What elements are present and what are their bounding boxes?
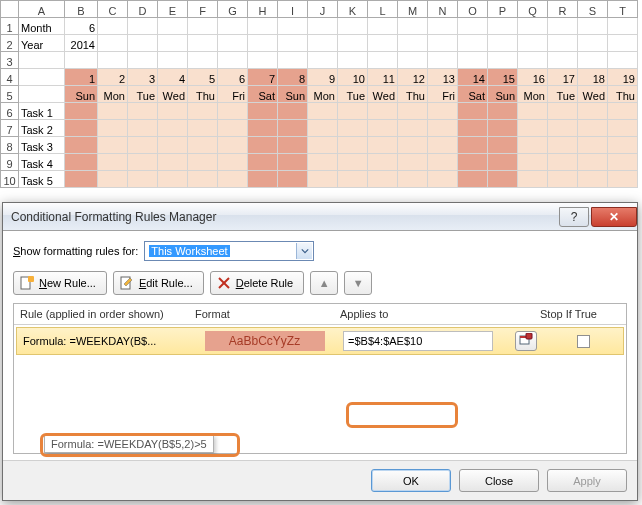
cell[interactable] bbox=[548, 154, 578, 171]
cell[interactable] bbox=[338, 154, 368, 171]
cell[interactable] bbox=[188, 103, 218, 120]
cell[interactable] bbox=[428, 52, 458, 69]
cell[interactable]: Sun bbox=[488, 86, 518, 103]
move-up-button[interactable]: ▲ bbox=[310, 271, 338, 295]
cell[interactable] bbox=[398, 137, 428, 154]
row-header[interactable]: 5 bbox=[1, 86, 19, 103]
cell[interactable]: Sun bbox=[278, 86, 308, 103]
cell[interactable] bbox=[218, 18, 248, 35]
cell[interactable] bbox=[158, 154, 188, 171]
cell[interactable] bbox=[128, 35, 158, 52]
cell[interactable]: 9 bbox=[308, 69, 338, 86]
cell[interactable] bbox=[128, 154, 158, 171]
cell[interactable] bbox=[248, 154, 278, 171]
cell[interactable] bbox=[218, 120, 248, 137]
new-rule-button[interactable]: New Rule... bbox=[13, 271, 107, 295]
rule-row[interactable]: Formula: =WEEKDAY(B$... AaBbCcYyZz =$B$4… bbox=[16, 327, 624, 355]
cell[interactable] bbox=[308, 120, 338, 137]
close-button[interactable]: Close bbox=[459, 469, 539, 492]
cell[interactable]: 14 bbox=[458, 69, 488, 86]
cell[interactable] bbox=[248, 52, 278, 69]
cell[interactable]: Sat bbox=[458, 86, 488, 103]
row-header[interactable]: 8 bbox=[1, 137, 19, 154]
cell[interactable] bbox=[608, 154, 638, 171]
cell[interactable] bbox=[428, 103, 458, 120]
cell[interactable] bbox=[458, 120, 488, 137]
dialog-titlebar[interactable]: Conditional Formatting Rules Manager ? ✕ bbox=[3, 203, 637, 231]
cell[interactable] bbox=[19, 86, 65, 103]
cell[interactable] bbox=[248, 171, 278, 188]
cell[interactable] bbox=[128, 103, 158, 120]
cell[interactable] bbox=[398, 52, 428, 69]
col-header[interactable]: T bbox=[608, 1, 638, 18]
col-header[interactable]: E bbox=[158, 1, 188, 18]
row-header[interactable]: 2 bbox=[1, 35, 19, 52]
col-header[interactable]: K bbox=[338, 1, 368, 18]
cell[interactable] bbox=[608, 35, 638, 52]
cell[interactable] bbox=[368, 35, 398, 52]
cell[interactable] bbox=[308, 103, 338, 120]
scope-select[interactable]: This Worksheet bbox=[144, 241, 314, 261]
col-header[interactable]: B bbox=[65, 1, 98, 18]
cell[interactable]: Sat bbox=[248, 86, 278, 103]
select-all[interactable] bbox=[1, 1, 19, 18]
cell[interactable]: Task 3 bbox=[19, 137, 65, 154]
cell[interactable] bbox=[65, 171, 98, 188]
cell[interactable] bbox=[338, 35, 368, 52]
cell[interactable]: Mon bbox=[98, 86, 128, 103]
cell[interactable]: 7 bbox=[248, 69, 278, 86]
cell[interactable] bbox=[218, 137, 248, 154]
cell[interactable] bbox=[458, 35, 488, 52]
cell[interactable]: 4 bbox=[158, 69, 188, 86]
cell[interactable] bbox=[578, 137, 608, 154]
cell[interactable] bbox=[428, 18, 458, 35]
cell[interactable] bbox=[65, 103, 98, 120]
cell[interactable]: 6 bbox=[218, 69, 248, 86]
cell[interactable] bbox=[248, 35, 278, 52]
row-header[interactable]: 4 bbox=[1, 69, 19, 86]
cell[interactable] bbox=[578, 18, 608, 35]
cell[interactable]: Fri bbox=[218, 86, 248, 103]
cell[interactable]: 2 bbox=[98, 69, 128, 86]
cell[interactable]: Thu bbox=[188, 86, 218, 103]
cell[interactable] bbox=[608, 18, 638, 35]
cell[interactable] bbox=[98, 35, 128, 52]
cell[interactable] bbox=[488, 103, 518, 120]
cell[interactable] bbox=[308, 35, 338, 52]
row-header[interactable]: 6 bbox=[1, 103, 19, 120]
cell[interactable] bbox=[458, 171, 488, 188]
cell[interactable] bbox=[398, 154, 428, 171]
cell[interactable] bbox=[518, 137, 548, 154]
cell[interactable] bbox=[578, 52, 608, 69]
cell[interactable] bbox=[278, 154, 308, 171]
cell[interactable] bbox=[98, 18, 128, 35]
col-header[interactable]: R bbox=[548, 1, 578, 18]
cell[interactable] bbox=[458, 103, 488, 120]
cell[interactable] bbox=[278, 171, 308, 188]
cell[interactable] bbox=[98, 103, 128, 120]
cell[interactable] bbox=[158, 120, 188, 137]
stop-if-true-checkbox[interactable] bbox=[577, 335, 590, 348]
cell[interactable] bbox=[368, 18, 398, 35]
cell[interactable] bbox=[308, 137, 338, 154]
cell[interactable]: Task 4 bbox=[19, 154, 65, 171]
cell[interactable] bbox=[368, 120, 398, 137]
cell[interactable] bbox=[608, 171, 638, 188]
cell[interactable] bbox=[518, 52, 548, 69]
cell[interactable] bbox=[548, 103, 578, 120]
cell[interactable] bbox=[518, 18, 548, 35]
cell[interactable] bbox=[128, 120, 158, 137]
cell[interactable] bbox=[248, 18, 278, 35]
row-header[interactable]: 9 bbox=[1, 154, 19, 171]
cell[interactable] bbox=[488, 154, 518, 171]
cell[interactable]: 17 bbox=[548, 69, 578, 86]
cell[interactable] bbox=[548, 171, 578, 188]
cell[interactable] bbox=[548, 35, 578, 52]
cell[interactable] bbox=[188, 35, 218, 52]
cell[interactable] bbox=[428, 120, 458, 137]
col-header[interactable]: S bbox=[578, 1, 608, 18]
cell[interactable]: 3 bbox=[128, 69, 158, 86]
cell[interactable]: Wed bbox=[578, 86, 608, 103]
cell[interactable] bbox=[518, 171, 548, 188]
cell[interactable] bbox=[65, 120, 98, 137]
